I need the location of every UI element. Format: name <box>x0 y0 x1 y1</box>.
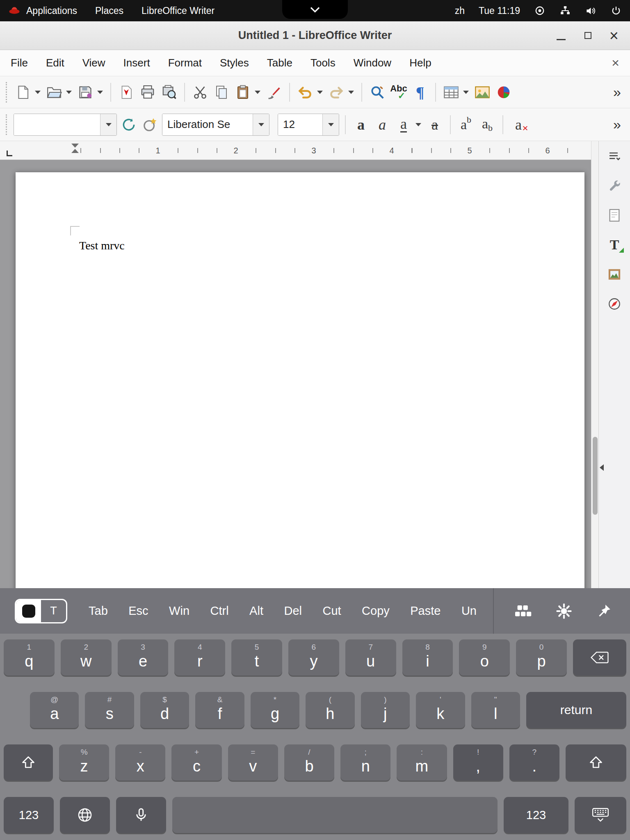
key-esc[interactable]: Esc <box>128 604 148 618</box>
close-document-button[interactable]: × <box>612 55 619 71</box>
strikethrough-button[interactable]: a <box>425 113 444 137</box>
keyboard-settings-button[interactable] <box>555 603 573 620</box>
font-size-input[interactable] <box>278 114 322 135</box>
undo-button[interactable] <box>296 80 315 104</box>
print-button[interactable] <box>138 80 157 104</box>
paragraph-style-input[interactable] <box>14 114 100 135</box>
document-page[interactable]: Test mrvc <box>16 172 584 588</box>
toggle-text-segment[interactable]: T <box>41 600 66 622</box>
formatting-marks-button[interactable]: ¶ <box>411 80 429 104</box>
key-123-left[interactable]: 123 <box>4 797 54 833</box>
tab-stop-selector[interactable] <box>7 151 12 156</box>
insert-image-button[interactable] <box>473 80 492 104</box>
indent-markers[interactable] <box>71 144 79 153</box>
keyboard-pin-button[interactable] <box>596 603 612 619</box>
sidebar-settings-button[interactable] <box>605 147 624 166</box>
new-document-button[interactable] <box>14 80 32 104</box>
paste-button[interactable] <box>233 80 252 104</box>
key-a[interactable]: @a <box>30 692 79 728</box>
key-v[interactable]: =v <box>228 744 278 781</box>
superscript-button[interactable]: ab <box>457 113 475 137</box>
redo-button[interactable] <box>327 80 346 104</box>
find-replace-button[interactable] <box>368 80 387 104</box>
key-p[interactable]: 0p <box>516 639 567 676</box>
key-m[interactable]: :m <box>397 744 447 781</box>
cut-button[interactable] <box>191 80 210 104</box>
left-indent-marker[interactable] <box>71 149 79 153</box>
sidebar-collapse-button[interactable] <box>600 464 604 471</box>
paste-dropdown[interactable] <box>253 80 262 104</box>
insert-table-button[interactable] <box>442 80 461 104</box>
save-button[interactable] <box>76 80 95 104</box>
scrollbar-thumb[interactable] <box>593 437 598 515</box>
open-dropdown[interactable] <box>64 80 73 104</box>
sidebar-styles-button[interactable]: T <box>605 235 624 254</box>
key-comma[interactable]: !, <box>453 744 503 781</box>
key-t[interactable]: 5t <box>231 639 282 676</box>
key-y[interactable]: 6y <box>288 639 339 676</box>
menu-styles[interactable]: Styles <box>220 57 249 69</box>
redo-dropdown[interactable] <box>347 80 356 104</box>
key-cut[interactable]: Cut <box>322 604 341 618</box>
key-undo[interactable]: Un <box>461 604 477 618</box>
italic-button[interactable]: a <box>373 113 392 137</box>
menu-help[interactable]: Help <box>409 57 431 69</box>
key-o[interactable]: 9o <box>459 639 510 676</box>
key-n[interactable]: ;n <box>340 744 390 781</box>
toggle-knob-segment[interactable] <box>16 600 41 622</box>
font-size-dropdown[interactable] <box>322 114 339 135</box>
key-d[interactable]: $d <box>140 692 189 728</box>
menu-view[interactable]: View <box>82 57 105 69</box>
key-s[interactable]: #s <box>85 692 134 728</box>
undo-dropdown[interactable] <box>315 80 324 104</box>
vertical-scrollbar[interactable] <box>591 141 598 588</box>
key-z[interactable]: %z <box>59 744 109 781</box>
sidebar-gallery-button[interactable] <box>605 265 624 284</box>
insert-table-dropdown[interactable] <box>461 80 470 104</box>
new-style-button[interactable] <box>141 113 160 137</box>
key-globe[interactable] <box>60 797 110 833</box>
clock[interactable]: Tue 11:19 <box>479 5 520 16</box>
update-style-button[interactable] <box>119 113 138 137</box>
volume-icon[interactable] <box>585 5 596 16</box>
key-h[interactable]: (h <box>306 692 354 728</box>
record-status-icon[interactable] <box>534 5 546 16</box>
key-period[interactable]: ?. <box>509 744 559 781</box>
menu-insert[interactable]: Insert <box>123 57 150 69</box>
key-w[interactable]: 2w <box>61 639 112 676</box>
key-j[interactable]: )j <box>361 692 410 728</box>
copy-button[interactable] <box>212 80 231 104</box>
places-menu[interactable]: Places <box>95 5 123 16</box>
active-app-menu[interactable]: LibreOffice Writer <box>142 5 215 16</box>
paragraph-style-combobox[interactable] <box>14 114 117 136</box>
key-win[interactable]: Win <box>169 604 189 618</box>
key-paste[interactable]: Paste <box>410 604 441 618</box>
applications-menu[interactable]: Applications <box>26 5 77 16</box>
key-space[interactable] <box>172 797 498 833</box>
font-size-combobox[interactable] <box>278 114 339 136</box>
key-123-right[interactable]: 123 <box>504 797 568 833</box>
subscript-button[interactable]: ab <box>478 113 497 137</box>
key-shift-right[interactable] <box>566 744 626 781</box>
bold-button[interactable]: a <box>352 113 370 137</box>
key-mic[interactable] <box>116 797 166 833</box>
key-e[interactable]: 3e <box>118 639 169 676</box>
key-dismiss-keyboard[interactable] <box>575 797 626 833</box>
sidebar-navigator-button[interactable] <box>605 294 624 313</box>
remote-pulldown-handle[interactable] <box>282 0 348 19</box>
font-name-input[interactable] <box>162 114 253 135</box>
minimize-button[interactable] <box>556 30 566 42</box>
maximize-button[interactable] <box>584 32 591 39</box>
key-f[interactable]: &f <box>195 692 244 728</box>
network-icon[interactable] <box>559 5 571 16</box>
key-ctrl[interactable]: Ctrl <box>210 604 229 618</box>
key-alt-modifier[interactable]: Alt <box>249 604 263 618</box>
key-return[interactable]: return <box>526 692 626 728</box>
open-button[interactable] <box>45 80 64 104</box>
toolbar-drag-handle[interactable] <box>6 114 7 135</box>
menu-format[interactable]: Format <box>168 57 202 69</box>
insert-chart-button[interactable] <box>494 80 513 104</box>
key-k[interactable]: 'k <box>416 692 465 728</box>
input-language-indicator[interactable]: zh <box>455 5 465 16</box>
menu-window[interactable]: Window <box>354 57 391 69</box>
